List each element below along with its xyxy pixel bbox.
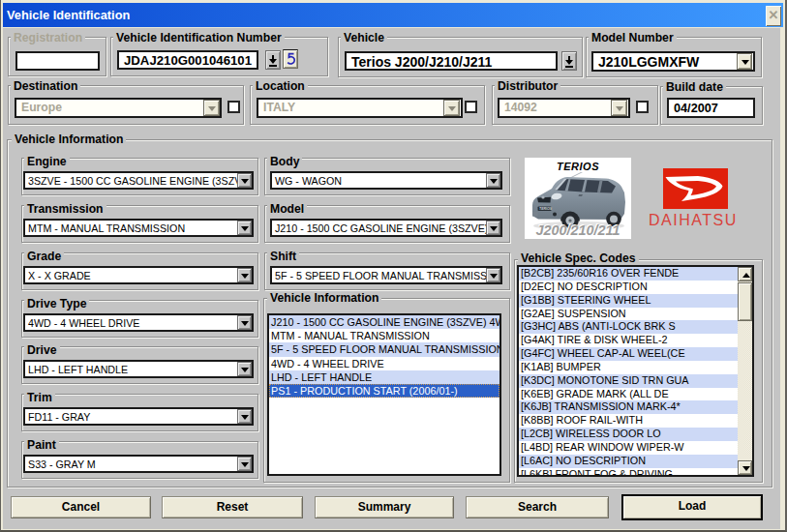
svg-text:TERIOS: TERIOS — [539, 207, 553, 211]
